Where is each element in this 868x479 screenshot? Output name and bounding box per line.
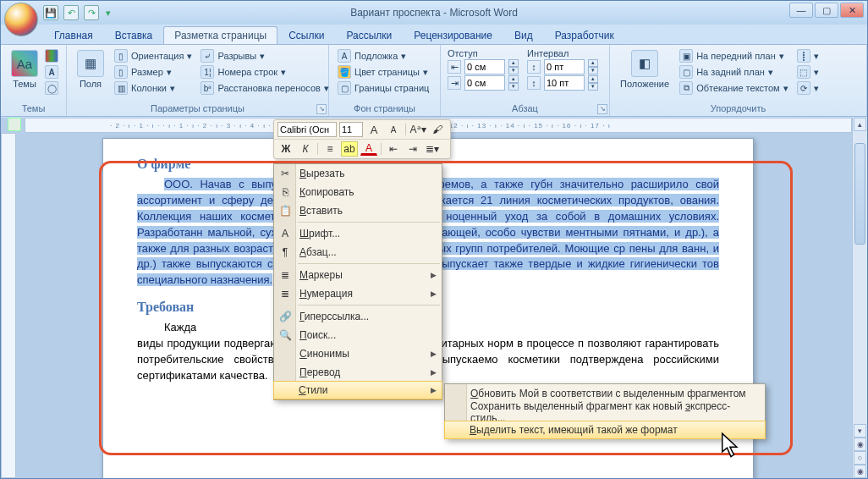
send-back-icon: ▢ [679, 65, 693, 79]
context-menu-item[interactable]: ✂Вырезать [274, 164, 442, 183]
submenu-arrow-icon: ▶ [431, 271, 437, 279]
hyphenation-button[interactable]: bᵃРасстановка переносов ▾ [199, 80, 330, 96]
title-bar: 💾 ↶ ↷ ▾ Вариант проспекта - Microsoft Wo… [1, 1, 867, 25]
page-color-button[interactable]: 🪣Цвет страницы ▾ [336, 64, 433, 80]
mini-increase-indent-icon[interactable]: ⇥ [404, 141, 421, 157]
scroll-down-button[interactable]: ▾ [854, 424, 866, 438]
spacing-label: Интервал [527, 48, 598, 58]
context-menu-item[interactable]: AШрифт... [274, 224, 442, 243]
context-menu-item[interactable]: Перевод▶ [274, 363, 442, 382]
context-menu-item[interactable]: 🔍Поиск... [274, 326, 442, 344]
tab-review[interactable]: Рецензирование [403, 26, 503, 44]
position-icon: ◧ [631, 50, 658, 77]
tab-developer[interactable]: Разработчик [544, 26, 625, 44]
group-button[interactable]: ⬚▾ [795, 64, 821, 80]
qat-undo-icon[interactable]: ↶ [63, 5, 79, 20]
menu-item-icon: 🔗 [277, 309, 293, 324]
maximize-button[interactable]: ▢ [815, 3, 838, 18]
mini-bold-icon[interactable]: Ж [277, 141, 294, 157]
browse-prev-button[interactable]: ◉ [854, 438, 866, 451]
styles-submenu: Обновить Мой в соответствии с выделенным… [444, 383, 766, 439]
spacing-after-icon: ↕ [527, 76, 541, 90]
mini-highlight-icon[interactable]: ab [341, 141, 358, 157]
minimize-button[interactable]: — [789, 3, 813, 18]
qat-redo-icon[interactable]: ↷ [84, 5, 99, 20]
mini-shrink-font-icon[interactable]: A [385, 122, 402, 137]
orientation-icon: ▯ [114, 49, 128, 63]
vertical-ruler[interactable] [1, 133, 16, 478]
office-button[interactable] [4, 3, 38, 36]
group-label-paragraph: Абзац [448, 103, 602, 114]
hyphenation-icon: bᵃ [201, 81, 214, 95]
theme-effects-button[interactable]: ◯ [43, 80, 60, 96]
mini-grow-font-icon[interactable]: A [365, 122, 382, 137]
spacing-after-field[interactable]: ↕▴▾ [527, 75, 598, 91]
align-icon: ┋ [797, 49, 810, 63]
line-numbers-button[interactable]: 1¦Номера строк ▾ [199, 64, 330, 80]
tab-references[interactable]: Ссылки [277, 26, 335, 44]
margins-button[interactable]: ▦ Поля [74, 48, 107, 96]
vertical-scrollbar[interactable]: ▴ ▾ ◉ ○ ◉ [852, 118, 867, 478]
mini-italic-icon[interactable]: К [297, 141, 314, 157]
paragraph-dialog-launcher[interactable]: ↘ [597, 104, 607, 114]
indent-label: Отступ [448, 48, 519, 58]
submenu-item[interactable]: Выделить текст, имеющий такой же формат [444, 421, 766, 439]
effects-icon: ◯ [45, 81, 58, 95]
theme-fonts-button[interactable]: A [43, 64, 60, 80]
context-menu-item[interactable]: ⎘Копировать [274, 183, 442, 201]
mini-format-painter-icon[interactable]: 🖌 [429, 122, 446, 137]
tab-mailings[interactable]: Рассылки [335, 26, 403, 44]
mini-font-color-icon[interactable]: A [360, 143, 377, 156]
context-menu-item[interactable]: 🔗Гиперссылка... [274, 307, 442, 326]
ribbon: Aa Темы A ◯ Темы ▦ Поля ▯Ориентация ▾ [1, 44, 867, 117]
mini-decrease-indent-icon[interactable]: ⇤ [385, 141, 402, 157]
spacing-before-field[interactable]: ↕▴▾ [527, 59, 598, 74]
qat-customize-icon[interactable]: ▾ [104, 5, 113, 20]
context-menu-item[interactable]: ¶Абзац... [274, 243, 442, 262]
tab-home[interactable]: Главная [43, 26, 104, 44]
group-label-page-bg: Фон страницы [336, 103, 433, 114]
page-setup-dialog-launcher[interactable]: ↘ [316, 104, 327, 114]
tab-view[interactable]: Вид [503, 26, 544, 44]
context-menu-item[interactable]: ≣Маркеры▶ [274, 266, 442, 284]
scroll-up-button[interactable]: ▴ [854, 118, 866, 131]
size-button[interactable]: ▯Размер ▾ [113, 64, 194, 80]
theme-colors-button[interactable] [43, 48, 60, 63]
close-button[interactable]: ✕ [840, 3, 864, 18]
context-menu-item[interactable]: 📋Вставить [274, 201, 442, 220]
ruler-toggle[interactable] [8, 118, 21, 131]
qat-save-icon[interactable]: 💾 [43, 5, 58, 20]
bring-front-icon: ▣ [679, 49, 693, 63]
watermark-button[interactable]: AПодложка ▾ [336, 48, 433, 63]
context-menu-item[interactable]: Стили▶ [273, 381, 442, 399]
tab-page-layout[interactable]: Разметка страницы [163, 26, 277, 44]
indent-right-field[interactable]: ⇥▴▾ [448, 75, 519, 91]
align-button[interactable]: ┋▾ [795, 48, 821, 63]
mini-font-size[interactable] [339, 122, 363, 137]
mini-change-case-icon[interactable]: Aᵃ▾ [409, 122, 426, 137]
rotate-button[interactable]: ⟳▾ [795, 80, 821, 96]
mini-center-icon[interactable]: ≡ [321, 141, 338, 157]
breaks-button[interactable]: ⤶Разрывы ▾ [199, 48, 330, 63]
context-menu-item[interactable]: ≣Нумерация▶ [274, 284, 442, 303]
menu-item-icon: 🔍 [277, 328, 293, 343]
mini-bullets-icon[interactable]: ≣▾ [424, 141, 441, 157]
columns-button[interactable]: ▥Колонки ▾ [113, 80, 194, 96]
menu-item-icon: ≣ [277, 286, 293, 301]
scroll-thumb[interactable] [854, 143, 865, 245]
browse-next-button[interactable]: ◉ [854, 465, 866, 478]
tab-insert[interactable]: Вставка [104, 26, 164, 44]
position-button[interactable]: ◧ Положение [617, 48, 673, 96]
themes-button[interactable]: Aa Темы [8, 48, 41, 96]
submenu-arrow-icon: ▶ [431, 350, 437, 358]
text-wrapping-button[interactable]: ⧉Обтекание текстом ▾ [678, 80, 790, 96]
send-to-back-button[interactable]: ▢На задний план ▾ [678, 64, 790, 80]
submenu-item[interactable]: Сохранить выделенный фрагмент как новый … [445, 403, 765, 421]
context-menu-item[interactable]: Синонимы▶ [274, 344, 442, 363]
select-browse-object[interactable]: ○ [854, 451, 866, 465]
bring-to-front-button[interactable]: ▣На передний план ▾ [678, 48, 790, 63]
mini-font-face[interactable] [277, 122, 337, 137]
indent-left-field[interactable]: ⇤▴▾ [448, 59, 519, 74]
page-borders-button[interactable]: ▢Границы страниц [336, 80, 433, 96]
orientation-button[interactable]: ▯Ориентация ▾ [113, 48, 194, 63]
